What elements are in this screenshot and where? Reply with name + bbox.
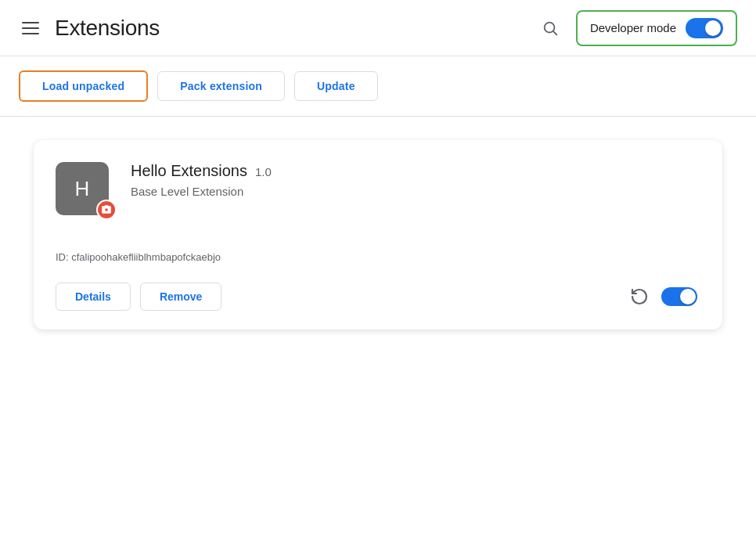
page-title: Extensions (55, 16, 160, 41)
header-left: Extensions (19, 16, 160, 41)
extension-toggle[interactable] (661, 287, 697, 306)
pack-extension-button[interactable]: Pack extension (157, 71, 285, 101)
extension-top: H Hello Extensions 1.0 Base Level Extens… (56, 162, 697, 218)
extension-info: Hello Extensions 1.0 Base Level Extensio… (131, 162, 697, 198)
extension-toggle-thumb (680, 289, 696, 304)
reload-icon[interactable] (630, 287, 649, 306)
extension-action-right (630, 287, 697, 306)
developer-mode-toggle[interactable] (686, 18, 723, 38)
extension-badge (96, 200, 117, 220)
main-content: H Hello Extensions 1.0 Base Level Extens… (0, 117, 756, 353)
extension-icon-letter: H (75, 177, 90, 201)
details-button[interactable]: Details (56, 283, 131, 311)
extension-id: ID: cfalipoohakefliiblhmbapofckaebjo (56, 251, 221, 263)
extension-description: Base Level Extension (131, 185, 697, 198)
toggle-thumb (705, 20, 721, 36)
extension-card: H Hello Extensions 1.0 Base Level Extens… (34, 140, 722, 330)
toolbar: Load unpacked Pack extension Update (0, 56, 756, 117)
developer-mode-box[interactable]: Developer mode (576, 10, 737, 46)
remove-button[interactable]: Remove (140, 283, 221, 311)
developer-mode-label: Developer mode (590, 21, 676, 34)
extension-name: Hello Extensions (131, 162, 247, 180)
header-right: Developer mode (537, 10, 737, 46)
update-button[interactable]: Update (294, 71, 378, 101)
search-icon[interactable] (537, 15, 563, 41)
extension-name-row: Hello Extensions 1.0 (131, 162, 697, 180)
menu-icon[interactable] (19, 19, 42, 38)
extension-icon-wrap: H (56, 162, 112, 218)
load-unpacked-button[interactable]: Load unpacked (19, 70, 148, 102)
header: Extensions Developer mode (0, 0, 756, 56)
svg-line-1 (553, 31, 556, 34)
extension-id-row: ID: cfalipoohakefliiblhmbapofckaebjo (56, 250, 697, 264)
extension-actions: Details Remove (56, 283, 697, 311)
extension-version: 1.0 (255, 165, 272, 178)
extension-action-buttons: Details Remove (56, 283, 221, 311)
camera-icon (101, 204, 112, 215)
